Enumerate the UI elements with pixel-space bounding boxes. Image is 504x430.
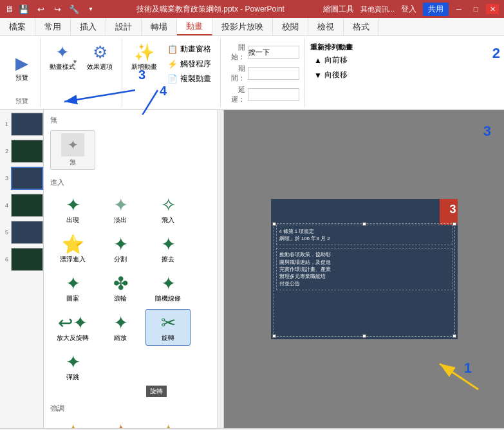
slide-thumb-3[interactable] (11, 167, 43, 190)
anim-fade[interactable]: ✦ 淡出 (98, 191, 143, 228)
anim-bounce-icon: ✦ (66, 351, 80, 373)
anim-float-in-icon: ⭐ (62, 234, 84, 255)
start-label: 開始： (226, 42, 245, 62)
slide-canvas: 3 4 條第１項規定 綱領」於 106 年3 月 2 推動各項政策，協助彰 圖與… (271, 199, 458, 339)
anim-split-label: 分割 (114, 255, 127, 264)
tab-view[interactable]: 檢視 (308, 18, 344, 35)
minimize-btn[interactable]: ─ (453, 4, 465, 14)
toolbar-save[interactable]: 💾 (17, 2, 31, 16)
slide-num-4: 4 (5, 202, 8, 209)
anim-shape-label: 圖案 (66, 294, 79, 303)
anim-grow-turn[interactable]: ↩✦ 放大反旋轉 (50, 309, 95, 346)
share-btn[interactable]: 共用 (423, 3, 449, 16)
preview-group-label: 預覽 (15, 95, 28, 106)
tab-home[interactable]: 常用 (35, 18, 71, 35)
animation-style-btn[interactable]: ✦ 動畫樣式 ▼ (46, 40, 79, 74)
scroll-track[interactable] (217, 110, 223, 428)
window-title: 技術及職業教育政策綱領.pptx - PowerPoint (98, 4, 323, 15)
anim-fly-in[interactable]: ✧ 飛入 (145, 191, 191, 228)
anim-fade-icon: ✦ (113, 194, 128, 216)
search-other[interactable]: 其他資訊... (360, 5, 395, 14)
anim-pulse-icon: ✦ (66, 420, 80, 428)
reorder-label: 重新排列動畫 (310, 42, 353, 52)
animation-panel-btn[interactable]: 📋 動畫窗格 (163, 42, 215, 56)
anim-wipe[interactable]: ✦ 擦去 (145, 230, 191, 267)
anim-shape[interactable]: ✦ 圖案 (50, 270, 95, 306)
title-bar: 🖥 💾 ↩ ↪ 🔧 ▼ 技術及職業教育政策綱領.pptx - PowerPoin… (0, 0, 504, 18)
copy-animation-icon: 📄 (167, 74, 178, 84)
tab-slideshow[interactable]: 投影片放映 (212, 18, 273, 35)
toolbar-custom[interactable]: 🔧 (67, 2, 81, 16)
anim-appear[interactable]: ✦ 出現 (50, 191, 95, 228)
slide-thumb-6[interactable] (11, 248, 43, 271)
anim-none-icon: ✦ (61, 133, 84, 156)
tab-design[interactable]: 設計 (106, 18, 142, 35)
anim-pulse[interactable]: ✦ 脈衝 (50, 417, 95, 428)
tab-transition[interactable]: 轉場 (142, 18, 177, 35)
trigger-label: 觸發程序 (180, 59, 211, 70)
start-input[interactable] (248, 46, 299, 59)
slide-thumb-2[interactable] (11, 140, 43, 163)
anim-bounce[interactable]: ✦ 彈跳 (50, 348, 95, 385)
preview-icon: ▶ (15, 53, 28, 73)
login-btn[interactable]: 登入 (401, 4, 416, 15)
effect-options-label: 效果選項 (87, 62, 113, 71)
duration-label: 期間： (226, 64, 245, 83)
duration-input[interactable] (248, 67, 299, 80)
tab-animation[interactable]: 動畫 (177, 18, 212, 35)
canvas-area: 3 4 條第１項規定 綱領」於 106 年3 月 2 推動各項政策，協助彰 圖與… (224, 110, 504, 428)
preview-label: 預覽 (15, 73, 28, 82)
toolbar-dropdown[interactable]: ▼ (84, 2, 98, 16)
slide-thumb-5[interactable] (11, 221, 43, 244)
anim-wipe-label: 擦去 (162, 255, 174, 264)
anim-rotate-label: 旋轉 (162, 333, 174, 342)
anim-color-pulse-icon: ✦ (113, 420, 128, 428)
anim-zoom[interactable]: ✦ 縮放 (98, 309, 143, 346)
anim-shape-icon: ✦ (66, 273, 80, 294)
maximize-btn[interactable]: □ (469, 4, 482, 14)
move-forward-btn[interactable]: ▲ 向前移 (310, 53, 353, 67)
toolbar-redo[interactable]: ↪ (50, 2, 64, 16)
handle-bl[interactable] (272, 334, 276, 338)
slide-num-2: 2 (5, 148, 8, 154)
tab-review[interactable]: 校閱 (273, 18, 308, 35)
ribbon-content: ▶ 預覽 預覽 ✦ 動畫樣式 ▼ ⚙ 效果選項 ✨ 新增動畫 (0, 36, 504, 110)
preview-btn[interactable]: ▶ 預覽 (9, 51, 35, 85)
handle-bm[interactable] (362, 334, 366, 338)
anim-zoom-icon: ✦ (113, 312, 128, 333)
ribbon-group-advanced: ✨ 新增動畫 📋 動畫窗格 ⚡ 觸發程序 📄 複製動畫 (122, 39, 221, 107)
delay-input[interactable] (248, 88, 299, 101)
slide-thumb-4[interactable] (11, 194, 43, 217)
trigger-btn[interactable]: ⚡ 觸發程序 (163, 57, 215, 71)
anim-random-bars[interactable]: ✦ 隨機線條 (145, 270, 191, 306)
anim-none-item[interactable]: ✦ 無 (50, 130, 95, 170)
tab-insert[interactable]: 插入 (71, 18, 106, 35)
enter-section-label: 進入 (46, 175, 214, 190)
anim-float-in[interactable]: ⭐ 漂浮進入 (50, 230, 95, 267)
slide-num-6: 6 (5, 256, 8, 263)
anim-wheel[interactable]: ✤ 滾輪 (98, 270, 143, 306)
tab-file[interactable]: 檔案 (0, 18, 35, 35)
add-animation-icon: ✨ (134, 42, 154, 62)
effect-options-btn[interactable]: ⚙ 效果選項 (83, 40, 117, 74)
slide-num-1: 1 (5, 121, 8, 127)
rotate-tooltip: 旋轉 (146, 386, 167, 397)
main-area: 1 2 3 4 5 6 無 (0, 110, 504, 428)
anim-bounce-label: 彈跳 (66, 373, 79, 382)
close-btn[interactable]: ✕ (486, 4, 499, 14)
slide-thumb-1[interactable] (11, 113, 43, 136)
handle-br[interactable] (453, 334, 456, 338)
anim-random-bars-icon: ✦ (161, 273, 176, 294)
anim-grow-turn-icon: ↩✦ (58, 312, 88, 333)
toolbar-undo[interactable]: ↩ (33, 2, 48, 16)
anim-fly-in-label: 飛入 (162, 216, 174, 225)
anim-teeter[interactable]: ✦ 蹺蹺板 (145, 417, 191, 428)
copy-animation-btn[interactable]: 📄 複製動畫 (163, 72, 215, 86)
anim-random-bars-label: 隨機線條 (155, 294, 181, 303)
animation-panel-icon: 📋 (167, 44, 178, 54)
tab-format[interactable]: 格式 (344, 18, 379, 35)
anim-split[interactable]: ✦ 分割 (98, 230, 143, 267)
anim-color-pulse[interactable]: ✦ 彩色脈衝 (98, 417, 143, 428)
move-backward-btn[interactable]: ▼ 向後移 (310, 68, 353, 82)
anim-rotate[interactable]: ✂ 旋轉 (145, 309, 191, 346)
